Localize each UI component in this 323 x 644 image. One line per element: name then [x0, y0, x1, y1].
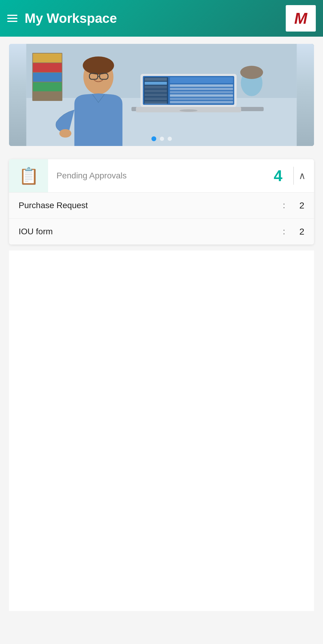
- svg-rect-19: [170, 77, 233, 83]
- svg-rect-3: [33, 53, 62, 62]
- svg-point-34: [180, 109, 198, 112]
- svg-rect-21: [170, 88, 233, 90]
- svg-rect-29: [145, 90, 167, 93]
- svg-rect-6: [33, 82, 62, 91]
- banner-scene: [9, 44, 314, 146]
- approval-item-purchase-request[interactable]: Purchase Request : 2: [9, 193, 314, 219]
- svg-rect-22: [170, 91, 233, 93]
- svg-rect-20: [170, 84, 233, 87]
- approvals-divider: [293, 167, 294, 185]
- approvals-label: Pending Approvals: [48, 171, 274, 181]
- menu-icon[interactable]: [7, 15, 17, 22]
- svg-rect-24: [170, 98, 233, 100]
- approvals-icon-wrapper: 📋: [9, 159, 48, 192]
- brand-logo: M: [286, 5, 316, 32]
- approval-separator-2: :: [283, 227, 285, 236]
- svg-point-12: [59, 129, 72, 138]
- svg-rect-5: [33, 73, 62, 82]
- carousel-dot-3[interactable]: [168, 137, 172, 141]
- approvals-icon: 📋: [19, 166, 39, 185]
- chevron-up-icon[interactable]: ∧: [299, 170, 314, 181]
- carousel-dot-1[interactable]: [151, 136, 156, 141]
- svg-rect-28: [145, 86, 167, 89]
- main-content: 📋 Pending Approvals 4 ∧ Purchase Request…: [0, 153, 323, 617]
- approval-item-label: Purchase Request: [19, 201, 283, 210]
- approval-item-iou-form[interactable]: IOU form : 2: [9, 219, 314, 245]
- approvals-header[interactable]: 📋 Pending Approvals 4 ∧: [9, 159, 314, 193]
- approval-item-count-2: 2: [292, 226, 304, 237]
- svg-rect-25: [170, 101, 233, 103]
- svg-rect-30: [145, 93, 167, 96]
- carousel-dot-2[interactable]: [160, 137, 164, 141]
- approval-item-count-1: 2: [292, 200, 304, 211]
- svg-rect-23: [170, 94, 233, 97]
- svg-rect-4: [33, 63, 62, 72]
- svg-rect-27: [145, 82, 167, 85]
- pending-approvals-card: 📋 Pending Approvals 4 ∧ Purchase Request…: [9, 159, 314, 245]
- svg-rect-26: [145, 78, 167, 81]
- svg-rect-32: [145, 101, 167, 104]
- approval-separator-1: :: [283, 201, 285, 210]
- marriott-logo-icon: M: [294, 11, 307, 26]
- svg-point-8: [83, 56, 114, 74]
- approval-item-label-2: IOU form: [19, 227, 283, 236]
- svg-point-14: [240, 66, 263, 79]
- hero-banner: [9, 44, 314, 146]
- empty-content-area: [9, 251, 314, 611]
- office-illustration: [9, 44, 314, 146]
- page-title: My Workspace: [25, 11, 286, 26]
- approvals-count: 4: [274, 167, 288, 185]
- app-header: My Workspace M: [0, 0, 323, 37]
- svg-rect-31: [145, 97, 167, 100]
- carousel-dots: [151, 136, 172, 141]
